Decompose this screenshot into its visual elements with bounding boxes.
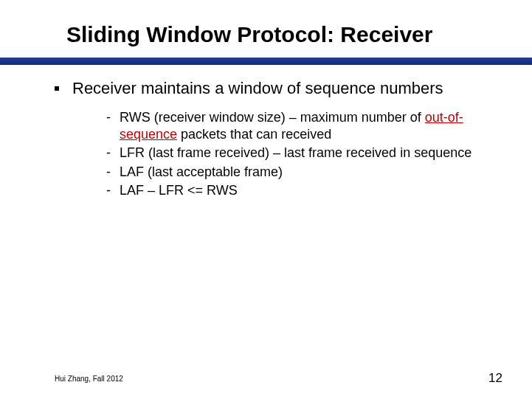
bullet-level1-text: Receiver maintains a window of sequence … bbox=[72, 78, 443, 99]
sub-bullet-item: - LFR (last frame received) – last frame… bbox=[106, 145, 488, 162]
sub-bullet-text: LAF (last acceptable frame) bbox=[120, 164, 283, 181]
sub-bullet-list: - RWS (receiver window size) – maximum n… bbox=[55, 109, 488, 200]
sub-bullet-text: LAF – LFR <= RWS bbox=[120, 182, 238, 199]
dash-bullet-icon: - bbox=[106, 109, 115, 126]
slide: Sliding Window Protocol: Receiver Receiv… bbox=[0, 0, 532, 399]
footer-page-number: 12 bbox=[488, 371, 502, 386]
dash-bullet-icon: - bbox=[106, 164, 115, 181]
square-bullet-icon bbox=[55, 86, 59, 91]
slide-body: Receiver maintains a window of sequence … bbox=[0, 78, 532, 199]
title-underline-bar bbox=[0, 58, 532, 65]
dash-bullet-icon: - bbox=[106, 145, 115, 162]
sub-bullet-text: LFR (last frame received) – last frame r… bbox=[120, 145, 471, 162]
dash-bullet-icon: - bbox=[106, 182, 115, 199]
sub-bullet-text: RWS (receiver window size) – maximum num… bbox=[120, 109, 488, 144]
sub-bullet-item: - LAF – LFR <= RWS bbox=[106, 182, 488, 199]
bullet-level1: Receiver maintains a window of sequence … bbox=[55, 78, 488, 99]
sub-bullet-item: - RWS (receiver window size) – maximum n… bbox=[106, 109, 488, 144]
footer-author: Hui Zhang, Fall 2012 bbox=[55, 375, 123, 383]
slide-title: Sliding Window Protocol: Receiver bbox=[0, 0, 532, 58]
text-span: packets that can received bbox=[177, 127, 331, 142]
sub-bullet-item: - LAF (last acceptable frame) bbox=[106, 164, 488, 181]
text-span: RWS (receiver window size) – maximum num… bbox=[120, 110, 425, 125]
